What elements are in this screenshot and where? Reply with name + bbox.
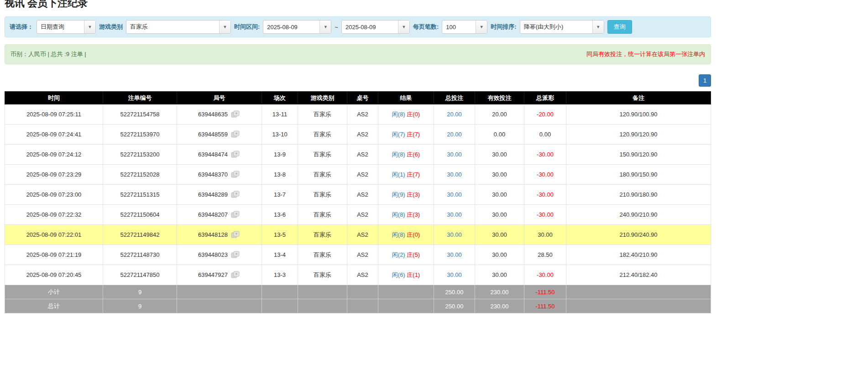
sort-order-combobox[interactable]: ▼ (520, 20, 604, 34)
total-bet-link[interactable]: 30.00 (447, 251, 462, 258)
cell-valid-bet: 30.00 (475, 265, 524, 285)
chevron-down-icon[interactable]: ▼ (219, 21, 230, 33)
cell-table-number: AS2 (347, 245, 378, 265)
cards-icon[interactable] (230, 151, 241, 158)
cell-bet-id: 522721151315 (103, 185, 177, 205)
select-type-input[interactable] (37, 21, 84, 33)
cell-round-id: 639447927 (177, 265, 262, 285)
cell-time: 2025-08-09 07:20:45 (5, 265, 103, 285)
total-bet-link[interactable]: 20.00 (447, 111, 462, 118)
result-player: 闲(8) (392, 211, 405, 218)
column-header: 注单编号 (103, 92, 177, 104)
cell-table-number: AS2 (347, 185, 378, 205)
cell-round-id: 639448128 (177, 225, 262, 245)
time-range-label: 时间区间: (234, 23, 260, 31)
page-size-label: 每页笔数: (413, 23, 439, 31)
total-bet-link[interactable]: 20.00 (447, 131, 462, 138)
date-to-input[interactable] (342, 21, 398, 33)
cell-valid-bet: 0.00 (475, 125, 524, 145)
result-player: 闲(8) (392, 111, 405, 118)
search-button[interactable]: 查询 (607, 20, 632, 34)
cell-game-type: 百家乐 (298, 125, 347, 145)
total-bet-link[interactable]: 30.00 (447, 151, 462, 158)
sort-order-input[interactable] (520, 21, 592, 33)
cell-payout: -20.00 (524, 104, 566, 125)
cell-time: 2025-08-09 07:25:11 (5, 104, 103, 125)
cell-session: 13-9 (262, 145, 298, 165)
chevron-down-icon[interactable]: ▼ (319, 21, 331, 33)
table-body: 2025-08-09 07:25:11 522721154758 6394486… (5, 104, 711, 285)
result-player: 闲(6) (392, 271, 405, 278)
total-bet-link[interactable]: 30.00 (447, 271, 462, 278)
cell-session: 13-7 (262, 185, 298, 205)
round-number: 639448023 (198, 251, 228, 258)
cell-time: 2025-08-09 07:23:29 (5, 165, 103, 185)
total-bet-link[interactable]: 30.00 (447, 191, 462, 198)
cell-bet-id: 522721153200 (103, 145, 177, 165)
result-player: 闲(7) (392, 131, 405, 138)
game-type-combobox[interactable]: ▼ (126, 20, 231, 34)
table-row: 2025-08-09 07:24:12 522721153200 6394484… (5, 145, 711, 165)
total-bet-link[interactable]: 30.00 (447, 211, 462, 218)
summary-cell (566, 285, 711, 299)
cell-total-bet: 30.00 (434, 145, 475, 165)
cell-bet-id: 522721154758 (103, 104, 177, 125)
cell-round-id: 639448370 (177, 165, 262, 185)
cards-icon[interactable] (230, 171, 241, 178)
result-banker: 庄(1) (407, 271, 420, 278)
date-from-combobox[interactable]: ▼ (263, 20, 331, 34)
title-area: 视讯 会员下注纪录 (5, 0, 711, 9)
summary-row-label: 总计 (5, 299, 103, 313)
page-size-input[interactable] (442, 21, 476, 33)
cards-icon[interactable] (230, 110, 241, 118)
cell-round-id: 639448023 (177, 245, 262, 265)
chevron-down-icon[interactable]: ▼ (476, 21, 487, 33)
cards-icon[interactable] (230, 231, 241, 239)
summary-cell: 250.00 (434, 299, 475, 313)
cards-icon[interactable] (230, 211, 241, 219)
chevron-down-icon[interactable]: ▼ (592, 21, 604, 33)
cell-payout: 30.00 (524, 225, 566, 245)
summary-row-label: 小计 (5, 285, 103, 299)
date-from-input[interactable] (263, 21, 319, 33)
summary-cell (298, 285, 347, 299)
cell-round-id: 639448559 (177, 125, 262, 145)
column-header: 总投注 (434, 92, 475, 104)
table-row: 2025-08-09 07:22:32 522721150604 6394482… (5, 205, 711, 225)
page-title: 视讯 会员下注纪录 (5, 0, 711, 9)
cell-total-bet: 30.00 (434, 205, 475, 225)
cell-note: 240.90/210.90 (566, 205, 711, 225)
chevron-down-icon[interactable]: ▼ (398, 21, 409, 33)
total-bet-link[interactable]: 30.00 (447, 231, 462, 238)
select-type-combobox[interactable]: ▼ (37, 20, 96, 34)
page-size-combobox[interactable]: ▼ (442, 20, 487, 34)
summary-bar: 币别：人民币 | 总共 :9 注单 | 同局有效投注，统一计算在该局第一张注单内 (5, 44, 711, 64)
cell-note: 182.40/210.90 (566, 245, 711, 265)
cell-note: 210.90/240.90 (566, 225, 711, 245)
cards-icon[interactable] (230, 251, 241, 259)
column-header: 局号 (177, 92, 262, 104)
game-type-input[interactable] (126, 21, 219, 33)
cell-payout: 28.50 (524, 245, 566, 265)
cell-valid-bet: 30.00 (475, 245, 524, 265)
date-to-combobox[interactable]: ▼ (341, 20, 410, 34)
page-button-1[interactable]: 1 (699, 74, 711, 87)
cards-icon[interactable] (230, 271, 241, 279)
chevron-down-icon[interactable]: ▼ (84, 21, 95, 33)
column-header: 游戏类别 (298, 92, 347, 104)
cell-round-id: 639448635 (177, 104, 262, 125)
cell-bet-id: 522721149842 (103, 225, 177, 245)
summary-cell: 9 (103, 285, 177, 299)
cell-payout: -30.00 (524, 185, 566, 205)
cards-icon[interactable] (230, 130, 241, 138)
column-header: 桌号 (347, 92, 378, 104)
cell-valid-bet: 30.00 (475, 225, 524, 245)
table-row: 2025-08-09 07:21:19 522721148730 6394480… (5, 245, 711, 265)
cell-session: 13-4 (262, 245, 298, 265)
cell-result: 闲(8) 庄(0) (378, 225, 434, 245)
column-header: 时间 (5, 92, 103, 104)
cell-game-type: 百家乐 (298, 265, 347, 285)
summary-cell: 250.00 (434, 285, 475, 299)
cards-icon[interactable] (230, 191, 241, 198)
total-bet-link[interactable]: 30.00 (447, 171, 462, 178)
